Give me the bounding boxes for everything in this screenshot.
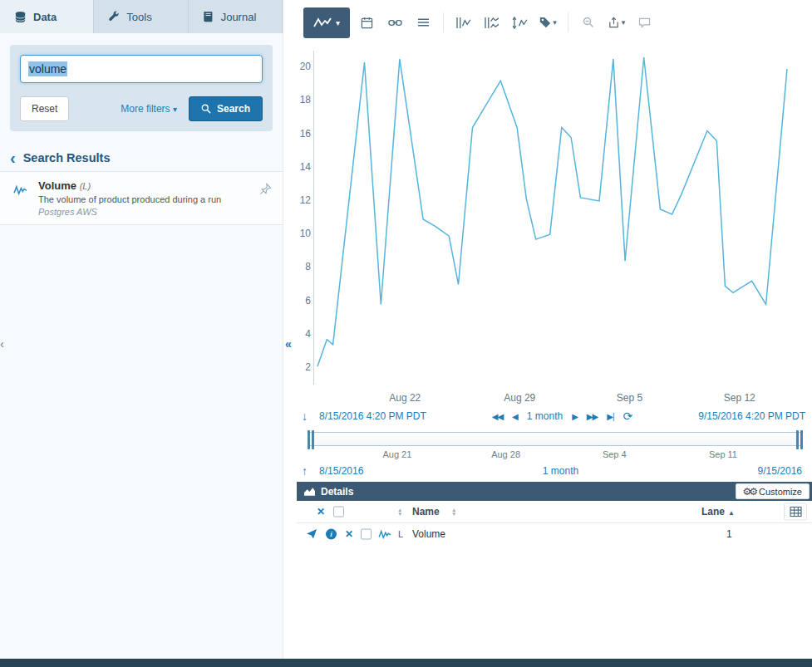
step-forward-icon[interactable]: ▶ bbox=[572, 412, 578, 421]
y-tick-label: 20 bbox=[300, 61, 311, 72]
range-selector bbox=[308, 432, 802, 446]
sidebar-tabs: Data Tools Journal bbox=[0, 0, 283, 33]
result-title: Volume (L) bbox=[38, 179, 271, 192]
calendar-icon[interactable] bbox=[356, 12, 378, 34]
y-tick-label: 6 bbox=[305, 295, 311, 307]
y-tick-label: 14 bbox=[300, 161, 311, 173]
remove-item-icon[interactable]: ✕ bbox=[345, 528, 353, 540]
tab-tools-label: Tools bbox=[126, 11, 151, 23]
result-unit: (L) bbox=[80, 181, 91, 191]
sort-type-icon[interactable]: ▲▼ bbox=[397, 508, 402, 516]
time-navigation-bar: ↓ 8/15/2016 4:20 PM PDT ◀◀ ◀ 1 month ▶ ▶… bbox=[297, 406, 812, 426]
copy-range-up-icon[interactable]: ↑ bbox=[302, 464, 308, 478]
reset-button[interactable]: Reset bbox=[20, 96, 69, 121]
collapse-left-icon[interactable]: ‹ bbox=[0, 337, 4, 351]
remove-all-icon[interactable]: ✕ bbox=[317, 506, 325, 517]
chart-series-svg bbox=[314, 51, 792, 385]
details-table-row[interactable]: i ✕ L Volume 1 bbox=[297, 523, 812, 544]
step-back-fast-icon[interactable]: ◀◀ bbox=[492, 412, 503, 421]
range-tick-label: Sep 4 bbox=[603, 449, 627, 459]
trend-chart[interactable]: 2468101214161820 bbox=[297, 45, 812, 390]
investigate-range-bar: ↑ 8/15/2016 1 month 9/15/2016 bbox=[297, 462, 812, 482]
row-checkbox[interactable] bbox=[361, 528, 372, 539]
details-title: Details bbox=[321, 486, 353, 498]
range-handle-left[interactable] bbox=[306, 430, 316, 449]
wrench-icon bbox=[108, 11, 120, 22]
info-icon[interactable]: i bbox=[326, 528, 337, 539]
x-tick-label: Aug 22 bbox=[389, 392, 421, 404]
toolbar-separator bbox=[443, 12, 444, 32]
chevron-down-icon: ▾ bbox=[622, 18, 626, 27]
search-results-header: ‹ Search Results bbox=[10, 151, 271, 164]
sidebar: Data Tools Journal volume Reset More fil… bbox=[0, 0, 283, 659]
bottom-bar bbox=[0, 659, 812, 667]
details-panel-header: Details ⚙⚙ Customize bbox=[297, 482, 812, 501]
export-icon[interactable]: ▾ bbox=[605, 12, 627, 34]
display-range-start[interactable]: 8/15/2016 4:20 PM PDT bbox=[319, 410, 426, 422]
details-table-header: ✕ ▲▼ Name ▲▼ Lane▲ bbox=[297, 501, 812, 523]
x-tick-label: Sep 5 bbox=[617, 392, 642, 404]
search-panel: volume Reset More filters ▾ Search bbox=[10, 45, 273, 131]
name-column-header[interactable]: Name bbox=[412, 506, 440, 517]
search-input-value: volume bbox=[28, 61, 67, 76]
navigate-to-icon[interactable] bbox=[307, 528, 317, 539]
back-chevron-icon[interactable]: ‹ bbox=[10, 153, 16, 163]
axis-letter: L bbox=[398, 529, 403, 539]
customize-button[interactable]: ⚙⚙ Customize bbox=[736, 483, 810, 499]
step-to-end-icon[interactable]: ▶| bbox=[607, 412, 613, 421]
comment-icon[interactable] bbox=[633, 12, 656, 34]
table-columns-icon[interactable] bbox=[784, 503, 807, 521]
gears-icon: ⚙⚙ bbox=[743, 486, 756, 498]
range-tick-label: Sep 11 bbox=[709, 449, 737, 459]
separate-axes-icon[interactable] bbox=[509, 12, 531, 34]
database-icon bbox=[14, 11, 27, 23]
chevron-down-icon: ▾ bbox=[553, 18, 557, 27]
zoom-out-icon[interactable] bbox=[577, 12, 599, 34]
refresh-icon[interactable]: ⟳ bbox=[623, 410, 633, 423]
chart-toolbar: ▾ ▾ ▾ bbox=[297, 0, 812, 45]
link-icon[interactable] bbox=[384, 12, 406, 34]
x-tick-label: Sep 12 bbox=[724, 392, 755, 404]
y-tick-label: 10 bbox=[300, 228, 311, 239]
investigate-range-end[interactable]: 9/15/2016 bbox=[758, 465, 802, 477]
sort-name-icon[interactable]: ▲▼ bbox=[451, 508, 456, 516]
trend-view-dropdown-button[interactable]: ▾ bbox=[303, 7, 350, 38]
signal-icon bbox=[13, 184, 27, 195]
search-result-item[interactable]: Volume (L) The volume of product produce… bbox=[0, 171, 283, 225]
range-selector-track[interactable] bbox=[308, 432, 802, 446]
sort-ascending-icon: ▲ bbox=[728, 509, 735, 517]
row-name: Volume bbox=[412, 528, 445, 540]
copy-range-down-icon[interactable]: ↓ bbox=[302, 410, 308, 423]
range-selector-ticks: Aug 21Aug 28Sep 4Sep 11 bbox=[308, 449, 802, 462]
search-input[interactable]: volume bbox=[20, 55, 263, 83]
range-tick-label: Aug 21 bbox=[382, 449, 411, 459]
lane-column-header[interactable]: Lane▲ bbox=[701, 506, 735, 517]
investigate-range-start[interactable]: 8/15/2016 bbox=[319, 465, 363, 477]
tab-journal-label: Journal bbox=[221, 11, 257, 23]
separate-lanes-icon[interactable] bbox=[480, 12, 503, 34]
y-tick-label: 4 bbox=[305, 328, 311, 340]
tab-tools[interactable]: Tools bbox=[94, 0, 188, 33]
more-filters-link[interactable]: More filters ▾ bbox=[121, 103, 177, 115]
y-tick-label: 12 bbox=[300, 194, 311, 206]
signal-icon bbox=[378, 529, 391, 539]
chevron-down-icon: ▾ bbox=[336, 18, 340, 27]
pin-icon[interactable] bbox=[259, 183, 272, 195]
labels-tag-icon[interactable]: ▾ bbox=[537, 12, 559, 34]
collapse-sidebar-icon[interactable]: « bbox=[285, 337, 292, 351]
select-all-checkbox[interactable] bbox=[333, 507, 344, 517]
list-icon[interactable] bbox=[412, 12, 435, 34]
search-button[interactable]: Search bbox=[189, 96, 263, 121]
step-forward-fast-icon[interactable]: ▶▶ bbox=[587, 412, 598, 421]
display-range-end[interactable]: 9/15/2016 4:20 PM PDT bbox=[698, 410, 805, 422]
tab-data[interactable]: Data bbox=[0, 0, 94, 33]
range-handle-right[interactable] bbox=[795, 430, 805, 449]
investigate-duration[interactable]: 1 month bbox=[363, 465, 757, 477]
y-tick-label: 18 bbox=[300, 95, 311, 106]
step-back-icon[interactable]: ◀ bbox=[512, 412, 518, 421]
chevron-down-icon: ▾ bbox=[173, 105, 177, 114]
tab-journal[interactable]: Journal bbox=[189, 0, 283, 33]
y-axis: 2468101214161820 bbox=[297, 51, 311, 385]
single-lane-icon[interactable] bbox=[452, 12, 475, 34]
display-duration[interactable]: 1 month bbox=[527, 410, 563, 422]
